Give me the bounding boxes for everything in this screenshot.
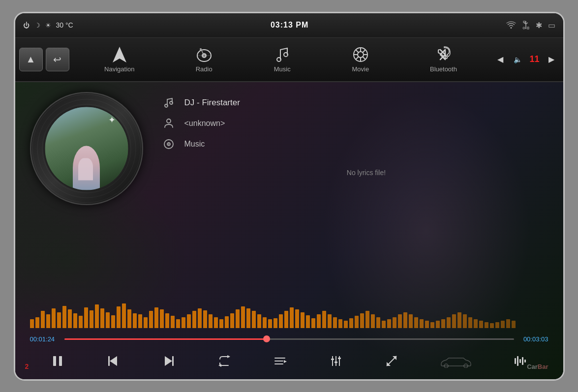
playlist-button[interactable] (269, 350, 291, 372)
eq-bar (41, 311, 45, 328)
eq-bar (122, 303, 126, 328)
eq-bar (241, 306, 245, 328)
eq-bar (165, 313, 169, 328)
eq-bar (203, 310, 207, 328)
top-left-icons: ⏻ ☽ ☀ 30 °C (23, 21, 73, 29)
eq-bar (393, 317, 396, 328)
eq-bar (117, 306, 121, 328)
prev-track-button[interactable] (102, 350, 124, 372)
eq-bar (35, 317, 39, 328)
svg-rect-36 (53, 356, 56, 366)
nav-item-music[interactable]: Music (274, 46, 291, 73)
night-mode-icon[interactable]: ☽ (34, 22, 40, 29)
music-icon (274, 46, 291, 63)
svg-marker-42 (227, 355, 230, 358)
usb-icon (522, 20, 530, 30)
top-bar: ⏻ ☽ ☀ 30 °C 03:13 PM (15, 13, 563, 38)
person-icon (163, 118, 177, 129)
eq-bar (257, 314, 261, 328)
eq-bar (365, 311, 369, 328)
watermark-bar: Bar (538, 363, 548, 370)
eq-bar (192, 311, 196, 328)
eq-bar (284, 311, 288, 328)
svg-line-24 (363, 50, 365, 53)
volume-number: 11 (528, 54, 542, 64)
eq-settings-button[interactable] (325, 350, 347, 372)
eq-bar (398, 314, 402, 328)
eq-bar (430, 322, 434, 328)
svg-point-5 (523, 27, 525, 29)
vol-next-button[interactable]: ▶ (544, 52, 559, 67)
bluetooth-nav-icon (434, 46, 452, 63)
eq-bar (30, 319, 34, 328)
eq-bar (133, 313, 137, 328)
eq-bar (79, 316, 83, 328)
album-name: Music (184, 140, 205, 149)
album-photo: ✦ (43, 105, 129, 191)
eq-bar (295, 309, 299, 328)
eq-bar (95, 304, 99, 328)
eq-bar (447, 317, 451, 328)
progress-bar[interactable] (64, 338, 514, 340)
progress-handle[interactable] (263, 335, 270, 342)
vol-speaker-button[interactable]: 🔈 (510, 52, 526, 67)
svg-rect-6 (527, 27, 529, 29)
eq-bar (90, 310, 93, 328)
eq-bar (328, 314, 332, 328)
eq-bar (441, 319, 445, 328)
navigation-label: Navigation (104, 65, 134, 73)
eq-bar (171, 316, 175, 328)
eq-bar (376, 317, 380, 328)
nav-item-radio[interactable]: Radio (195, 46, 213, 73)
page-number: 2 (25, 362, 29, 370)
power-icon[interactable]: ⏻ (23, 22, 30, 29)
eq-bar (252, 311, 256, 328)
eq-bar (246, 308, 250, 328)
eq-bar (338, 319, 342, 328)
eq-bar (111, 315, 115, 328)
nav-item-movie[interactable]: Movie (352, 46, 369, 73)
svg-rect-51 (331, 359, 334, 360)
radio-label: Radio (196, 65, 213, 73)
resize-button[interactable] (381, 350, 402, 372)
progress-section[interactable]: 00:01:24 00:03:03 (30, 335, 548, 343)
eq-bar (468, 317, 472, 328)
nav-item-navigation[interactable]: Navigation (104, 46, 134, 73)
eq-bar (68, 309, 72, 328)
eq-bar (301, 312, 304, 328)
eq-bar (144, 317, 148, 328)
eq-bar (73, 313, 77, 328)
eq-bar (236, 309, 240, 328)
progress-fill (64, 338, 267, 340)
top-right-icons: ✱ ▭ (506, 20, 555, 30)
movie-label: Movie (352, 65, 369, 73)
eq-bar (360, 313, 364, 328)
svg-marker-7 (113, 47, 126, 62)
album-art-container: ✦ (30, 92, 143, 205)
svg-rect-62 (522, 357, 523, 365)
svg-point-0 (510, 27, 512, 29)
eq-bar (274, 318, 277, 328)
eq-bar (138, 314, 142, 328)
playback-controls (30, 345, 548, 374)
eq-bar (333, 317, 337, 328)
back-button[interactable]: ↩ (46, 48, 69, 71)
svg-point-31 (170, 101, 173, 104)
navigation-icon (111, 46, 128, 63)
repeat-button[interactable] (213, 350, 235, 372)
eq-bar (495, 322, 499, 328)
eq-bar (452, 314, 456, 328)
eq-bar (230, 313, 234, 328)
player-top: ✦ DJ - Firestarter (30, 92, 548, 294)
home-button[interactable]: ▲ (19, 48, 43, 71)
svg-rect-38 (108, 356, 110, 366)
eq-bar (279, 314, 283, 328)
vol-prev-button[interactable]: ◀ (492, 52, 508, 67)
nav-item-bluetooth[interactable]: Bluetooth (430, 46, 457, 73)
eq-bar (355, 316, 359, 328)
eq-bar (52, 308, 56, 328)
pause-button[interactable] (47, 350, 68, 372)
svg-rect-53 (338, 358, 341, 359)
next-track-button[interactable] (158, 350, 180, 372)
brightness-icon[interactable]: ☀ (45, 22, 51, 29)
